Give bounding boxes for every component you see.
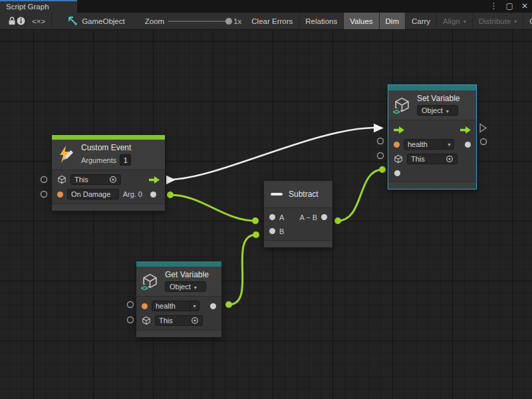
object-picker-icon[interactable]	[446, 155, 454, 163]
custom-event-header[interactable]: Custom Event Arguments 1	[52, 140, 165, 170]
variable-color-strip	[388, 85, 476, 90]
zoom-value: 1x	[233, 17, 241, 25]
output-label: A − B	[299, 213, 317, 221]
variable-scope-dropdown[interactable]: Object ▾	[165, 281, 206, 292]
custom-event-icon	[57, 145, 75, 164]
arguments-label: Arguments	[81, 156, 116, 164]
value-input-port[interactable]	[394, 170, 400, 176]
input-a-label: A	[279, 213, 284, 221]
tab-script-graph[interactable]: Script Graph	[0, 0, 77, 13]
target-value: This	[159, 317, 173, 325]
graph-toolbar: <×> GameObject Zoom 1x Clear Errors Rela…	[0, 13, 532, 30]
chevron-down-icon: ▾	[464, 19, 466, 25]
code-brackets-glyph: <>	[392, 108, 400, 116]
scope-value: Object	[170, 283, 191, 291]
gameobject-cube-icon	[394, 154, 403, 164]
inspect-button[interactable]	[17, 13, 26, 29]
flow-row	[394, 122, 471, 137]
value-output-port[interactable]	[465, 142, 471, 148]
set-variable-node[interactable]: <> Set Variable Object ▾	[388, 84, 477, 190]
new-value-row	[394, 166, 471, 180]
arg0-label: Arg. 0	[123, 190, 142, 198]
chevron-down-icon[interactable]: ▾	[444, 140, 454, 149]
node-title: Subtract	[289, 190, 319, 199]
object-picker-icon[interactable]	[191, 317, 199, 325]
target-object-field[interactable]: This	[407, 154, 458, 164]
custom-event-node[interactable]: Custom Event Arguments 1 This	[52, 135, 165, 211]
string-input-port[interactable]	[57, 192, 63, 198]
string-input-port[interactable]	[142, 303, 148, 309]
lock-icon	[8, 17, 16, 25]
node-footer	[52, 204, 165, 211]
tab-bar: Script Graph ⋮ ▢ ✕	[0, 0, 532, 13]
target-value: This	[411, 155, 425, 163]
event-color-strip	[52, 135, 165, 140]
scope-value: Object	[422, 106, 443, 114]
overview-button[interactable]: Overv	[523, 13, 532, 29]
flow-output-port[interactable]	[460, 126, 471, 134]
flow-input-port[interactable]	[394, 126, 404, 134]
input-b-port[interactable]	[269, 228, 275, 234]
values-toggle[interactable]: Values	[344, 13, 379, 29]
variable-color-strip	[136, 261, 221, 267]
get-variable-header[interactable]: <> Get Variable Object ▾	[136, 267, 221, 296]
node-footer	[388, 182, 476, 189]
subtract-node[interactable]: Subtract A A − B B	[264, 181, 332, 247]
target-object-field[interactable]: This	[155, 315, 203, 326]
close-icon[interactable]: ✕	[521, 0, 528, 13]
window-controls: ⋮ ▢ ✕	[490, 0, 528, 13]
variable-name-row: health ▾	[142, 299, 216, 313]
result-output-port[interactable]	[321, 214, 327, 220]
set-variable-header[interactable]: <> Set Variable Object ▾	[388, 90, 476, 120]
event-name-value: On Damage	[71, 190, 110, 198]
node-footer	[264, 241, 332, 247]
zoom-slider[interactable]	[168, 21, 229, 22]
graph-reference-label: GameObject	[82, 17, 125, 25]
chevron-down-icon: ▾	[446, 108, 449, 114]
chevron-down-icon[interactable]: ▾	[190, 301, 199, 311]
distribute-dropdown[interactable]: Distribute ▾	[473, 13, 524, 29]
subtract-icon	[271, 193, 283, 196]
align-dropdown[interactable]: Align ▾	[437, 13, 473, 29]
info-icon	[17, 17, 25, 25]
object-picker-icon[interactable]	[109, 176, 117, 184]
maximize-icon[interactable]: ▢	[506, 0, 513, 13]
chevron-down-icon: ▾	[514, 19, 517, 25]
target-port-row: This	[394, 152, 471, 166]
variable-name-combo[interactable]: health ▾	[404, 139, 454, 150]
dim-toggle[interactable]: Dim	[380, 13, 406, 29]
clear-errors-button[interactable]: Clear Errors	[245, 13, 299, 29]
subtract-header[interactable]: Subtract	[264, 181, 332, 207]
value-output-port[interactable]	[210, 303, 216, 309]
get-variable-node[interactable]: <> Get Variable Object ▾ health ▾	[136, 261, 221, 337]
code-brackets-glyph: <>	[140, 285, 148, 292]
variable-name-value: health	[404, 140, 444, 148]
arg0-output-port[interactable]	[150, 192, 156, 198]
target-port-row: This	[57, 172, 160, 187]
carry-toggle[interactable]: Carry	[406, 13, 437, 29]
variable-icon: <>	[394, 96, 411, 114]
kebab-menu-icon[interactable]: ⋮	[490, 0, 498, 13]
input-a-port[interactable]	[269, 214, 275, 220]
target-object-field[interactable]: This	[70, 174, 121, 185]
lock-button[interactable]	[8, 13, 17, 29]
node-title: Set Variable	[417, 94, 460, 103]
variable-name-combo[interactable]: health ▾	[152, 301, 200, 311]
input-b-row: B	[269, 224, 327, 238]
code-preview-button[interactable]: <×>	[26, 13, 52, 29]
zoom-control: Zoom 1x	[141, 13, 246, 29]
variable-name-value: health	[152, 302, 190, 310]
relations-button[interactable]: Relations	[299, 13, 344, 29]
event-name-field[interactable]: On Damage	[67, 189, 119, 200]
zoom-label: Zoom	[145, 17, 164, 25]
input-b-label: B	[279, 227, 284, 235]
variable-scope-dropdown[interactable]: Object ▾	[417, 105, 458, 116]
distribute-label: Distribute	[479, 17, 511, 25]
graph-reference[interactable]: GameObject	[64, 13, 129, 29]
zoom-slider-handle[interactable]	[225, 18, 232, 25]
node-title: Custom Event	[81, 143, 131, 152]
variable-name-row: health ▾	[394, 137, 471, 152]
arguments-count-field[interactable]: 1	[120, 154, 131, 166]
string-input-port[interactable]	[394, 142, 400, 148]
flow-output-port[interactable]	[149, 176, 160, 184]
